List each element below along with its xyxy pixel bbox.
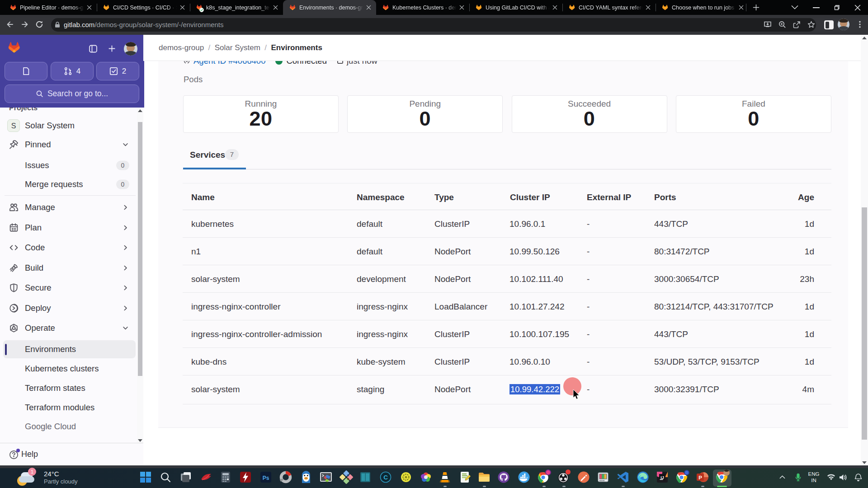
svg-text:IJ: IJ [660, 475, 664, 480]
svg-text:Ps: Ps [263, 475, 269, 481]
svg-text:P: P [698, 475, 702, 480]
svg-text:C: C [383, 474, 388, 481]
